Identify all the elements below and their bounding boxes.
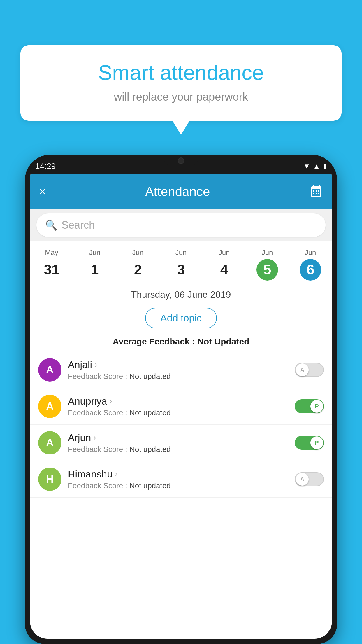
cal-month-label: May (31, 249, 72, 257)
bubble-title: Smart attendance (38, 61, 324, 84)
feedback-value: Not updated (129, 372, 171, 381)
student-item[interactable]: HHimanshu ›Feedback Score : Not updatedA (30, 461, 332, 498)
student-name: Himanshu › (68, 468, 288, 480)
student-info: Anjali ›Feedback Score : Not updated (68, 359, 288, 381)
add-topic-container: Add topic (30, 304, 332, 334)
search-bar-container: 🔍 Search (30, 209, 332, 242)
student-item[interactable]: AAnjali ›Feedback Score : Not updatedA (30, 352, 332, 388)
wifi-icon: ▼ (303, 162, 310, 170)
avatar: H (38, 468, 61, 491)
avatar: A (38, 431, 61, 454)
toggle-thumb: P (310, 400, 323, 413)
notch (164, 155, 198, 166)
cal-month-label: Jun (247, 249, 288, 257)
feedback-value: Not updated (129, 445, 171, 454)
feedback-value: Not updated (129, 408, 171, 417)
calendar-day[interactable]: Jun5 (246, 246, 289, 283)
attendance-toggle[interactable]: P (295, 399, 324, 413)
search-bar[interactable]: 🔍 Search (36, 214, 326, 237)
cal-date-number[interactable]: 1 (84, 259, 106, 281)
calendar-row: May31Jun1Jun2Jun3Jun4Jun5Jun6 (30, 242, 332, 283)
cal-date-number[interactable]: 31 (41, 259, 62, 281)
chevron-right-icon: › (115, 469, 117, 479)
student-name: Arjun › (68, 432, 288, 443)
cal-month-label: Jun (74, 249, 115, 257)
app-bar-title: Attendance (46, 184, 309, 199)
chevron-right-icon: › (94, 360, 97, 369)
cal-month-label: Jun (290, 249, 331, 257)
attendance-toggle[interactable]: A (295, 472, 324, 486)
status-time: 14:29 (35, 162, 56, 171)
feedback-score: Feedback Score : Not updated (68, 481, 288, 490)
feedback-score: Feedback Score : Not updated (68, 445, 288, 454)
student-info: Arjun ›Feedback Score : Not updated (68, 432, 288, 454)
student-item[interactable]: AArjun ›Feedback Score : Not updatedP (30, 425, 332, 461)
avatar: A (38, 395, 61, 418)
status-bar: 14:29 ▼ ▲ ▮ (25, 155, 337, 174)
student-name: Anjali › (68, 359, 288, 370)
avg-feedback-value: Not Updated (197, 337, 249, 346)
calendar-day[interactable]: Jun6 (289, 246, 332, 283)
calendar-day[interactable]: Jun3 (159, 246, 203, 283)
student-list: AAnjali ›Feedback Score : Not updatedAAA… (30, 352, 332, 498)
attendance-toggle[interactable]: P (295, 436, 324, 450)
calendar-day[interactable]: May31 (30, 246, 73, 283)
toggle-track: P (295, 399, 324, 413)
close-button[interactable]: × (39, 185, 46, 199)
speech-bubble: Smart attendance will replace your paper… (20, 45, 342, 121)
avg-feedback-label: Average Feedback : (113, 337, 197, 346)
calendar-day[interactable]: Jun1 (73, 246, 116, 283)
cal-date-number[interactable]: 6 (300, 259, 321, 281)
battery-icon: ▮ (323, 162, 327, 170)
cal-date-number[interactable]: 5 (256, 259, 278, 281)
feedback-value: Not updated (129, 481, 171, 490)
date-display: Thursday, 06 June 2019 (30, 283, 332, 304)
cal-date-number[interactable]: 3 (170, 259, 192, 281)
student-item[interactable]: AAnupriya ›Feedback Score : Not updatedP (30, 388, 332, 425)
signal-icon: ▲ (313, 162, 320, 170)
calendar-day[interactable]: Jun2 (116, 246, 159, 283)
toggle-track: A (295, 363, 324, 377)
cal-date-number[interactable]: 2 (127, 259, 149, 281)
toggle-track: P (295, 436, 324, 450)
cal-month-label: Jun (161, 249, 201, 257)
cal-month-label: Jun (204, 249, 245, 257)
toggle-thumb: A (296, 363, 309, 376)
speech-bubble-container: Smart attendance will replace your paper… (20, 45, 342, 121)
toggle-track: A (295, 472, 324, 486)
chevron-right-icon: › (109, 396, 112, 406)
chevron-right-icon: › (93, 433, 96, 442)
student-info: Anupriya ›Feedback Score : Not updated (68, 396, 288, 417)
app-bar: × Attendance (30, 174, 332, 209)
camera (178, 158, 184, 164)
search-icon: 🔍 (45, 219, 57, 231)
add-topic-button[interactable]: Add topic (145, 308, 217, 328)
attendance-toggle[interactable]: A (295, 363, 324, 377)
phone-screen: × Attendance 🔍 Search May31Jun1Jun2Jun3J… (30, 174, 332, 639)
phone-frame: 14:29 ▼ ▲ ▮ × Attendance 🔍 Search May3 (25, 155, 337, 644)
cal-date-number[interactable]: 4 (213, 259, 235, 281)
calendar-icon[interactable] (309, 185, 323, 199)
status-icons: ▼ ▲ ▮ (303, 162, 327, 170)
average-feedback: Average Feedback : Not Updated (30, 334, 332, 352)
feedback-score: Feedback Score : Not updated (68, 408, 288, 417)
student-info: Himanshu ›Feedback Score : Not updated (68, 468, 288, 490)
toggle-thumb: P (310, 436, 323, 449)
calendar-day[interactable]: Jun4 (203, 246, 246, 283)
cal-month-label: Jun (117, 249, 158, 257)
avatar: A (38, 358, 61, 382)
search-placeholder: Search (61, 219, 95, 231)
feedback-score: Feedback Score : Not updated (68, 372, 288, 381)
bubble-subtitle: will replace your paperwork (38, 91, 324, 103)
toggle-thumb: A (296, 473, 309, 486)
student-name: Anupriya › (68, 396, 288, 407)
